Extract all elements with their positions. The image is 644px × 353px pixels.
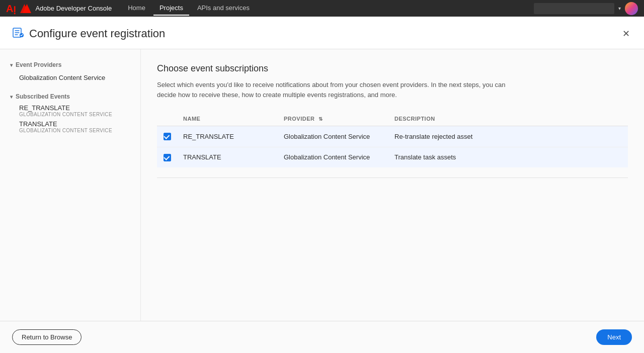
chevron-down-icon[interactable]: ▾ [618,6,621,11]
table-row: RE_TRANSLATE Globalization Content Servi… [157,126,628,147]
event-registration-icon [12,27,24,41]
sort-icon: ⇅ [318,116,323,122]
row1-provider: Globalization Content Service [278,126,388,147]
checkbox-checked-icon [164,154,171,161]
close-button[interactable]: ✕ [620,27,632,40]
row2-checkbox-cell [157,147,177,167]
event-providers-toggle[interactable]: ▾ Event Providers [10,61,130,68]
dialog-title: Configure event registration [29,27,165,40]
table-header: NAME PROVIDER ⇅ DESCRIPTION [157,112,628,126]
app-logo: Aᴉ Adobe Developer Console [6,3,112,14]
configure-dialog: Configure event registration ✕ ▾ Event P… [0,17,644,353]
events-table: NAME PROVIDER ⇅ DESCRIPTION [157,112,628,167]
table-body: RE_TRANSLATE Globalization Content Servi… [157,126,628,168]
nav-apis-services[interactable]: APIs and services [191,1,256,16]
event-providers-section: ▾ Event Providers Globalization Content … [10,61,130,83]
row1-checkbox-cell [157,126,177,147]
checkbox-checked-icon [164,133,171,140]
th-name: NAME [177,112,278,126]
main-content: Configure event registration ✕ ▾ Event P… [0,17,644,353]
sidebar-event-translate: TRANSLATE GLOBALIZATION CONTENT SERVICE [10,120,130,133]
sidebar-event-name-translate: TRANSLATE [19,120,130,128]
sidebar-event-name-re-translate: RE_TRANSLATE [19,104,130,112]
chevron-down-icon: ▾ [10,94,13,100]
divider [157,178,628,178]
th-checkbox [157,112,177,126]
nav-home[interactable]: Home [122,1,151,16]
nav-projects[interactable]: Projects [153,1,189,16]
checkbox-re-translate[interactable] [163,133,171,141]
avatar[interactable] [625,2,638,15]
table-row: TRANSLATE Globalization Content Service … [157,147,628,167]
row1-description: Re-translate rejected asset [388,126,628,147]
subscribed-events-toggle[interactable]: ▾ Subscribed Events [10,93,130,100]
search-input[interactable] [534,3,614,14]
content-title: Choose event subscriptions [157,63,628,74]
dialog-header: Configure event registration ✕ [0,17,644,49]
app-name-label: Adobe Developer Console [35,5,112,12]
dialog-title-row: Configure event registration [12,27,165,41]
adobe-logo-icon [20,3,31,14]
chevron-down-icon: ▾ [10,62,13,68]
dialog-footer: Return to Browse Next [0,321,644,353]
table-header-row: NAME PROVIDER ⇅ DESCRIPTION [157,112,628,126]
next-button[interactable]: Next [596,329,632,345]
checkbox-translate[interactable] [163,153,171,161]
subscribed-events-section: ▾ Subscribed Events RE_TRANSLATE GLOBALI… [10,93,130,133]
event-providers-label: Event Providers [16,61,61,68]
sidebar-event-provider-re-translate: GLOBALIZATION CONTENT SERVICE [19,112,130,117]
th-provider: PROVIDER ⇅ [278,112,388,126]
return-to-browse-button[interactable]: Return to Browse [12,329,82,345]
row2-provider: Globalization Content Service [278,147,388,167]
th-description: DESCRIPTION [388,112,628,126]
nav-right: ▾ [534,2,638,15]
row2-description: Translate task assets [388,147,628,167]
subscribed-events-label: Subscribed Events [16,93,70,100]
sidebar-event-re-translate: RE_TRANSLATE GLOBALIZATION CONTENT SERVI… [10,104,130,117]
nav-links: Home Projects APIs and services [122,1,524,16]
adobe-icon: Aᴉ [6,4,16,14]
dialog-body: ▾ Event Providers Globalization Content … [0,49,644,321]
row1-name: RE_TRANSLATE [177,126,278,147]
top-navigation: Aᴉ Adobe Developer Console Home Projects… [0,0,644,17]
content-description: Select which events you'd like to receiv… [157,80,524,100]
content-area: Choose event subscriptions Select which … [141,49,644,321]
row2-name: TRANSLATE [177,147,278,167]
sidebar-event-provider-translate: GLOBALIZATION CONTENT SERVICE [19,128,130,133]
sidebar: ▾ Event Providers Globalization Content … [0,49,141,321]
sidebar-item-globalization[interactable]: Globalization Content Service [10,72,130,83]
